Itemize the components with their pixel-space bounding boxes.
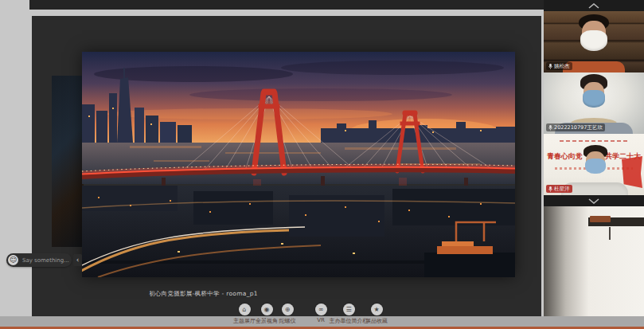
- toolbar-label: 展品收藏: [362, 317, 391, 325]
- chevron-down-icon: [588, 198, 599, 204]
- participant-name: 杜星洋: [554, 186, 570, 193]
- participant-nametag: 2022210797王艺欣: [546, 123, 605, 131]
- viewer-toolbar: ⌂ 主题展厅 ◉ 全景视角 ⊕ 陀螺仪 ∞ VR ☰ 主办单位简介栏 ★ 展品收…: [0, 302, 541, 327]
- participants-sidebar: 姚松杰 2022210797王艺欣 青春心向党 共学二十大: [544, 0, 644, 329]
- toolbar-button-gyroscope[interactable]: ⊕ 陀螺仪: [275, 302, 299, 325]
- yangpu-bridge-photo: [82, 52, 515, 277]
- toolbar-label: 陀螺仪: [275, 317, 299, 325]
- exhibition-canvas[interactable]: 初心向党摄影展-枫桥中学 - rooma_p1: [32, 16, 541, 316]
- adjacent-artwork: [52, 76, 84, 247]
- gyroscope-icon: ⊕: [285, 307, 291, 313]
- scroll-down-button[interactable]: [544, 195, 644, 206]
- face-mask: [583, 90, 605, 108]
- top-bar: [29, 0, 544, 10]
- participant-nametag: 姚松杰: [546, 62, 572, 70]
- organizer-info-icon: ☰: [345, 307, 351, 313]
- vr-goggles-icon: ∞: [318, 307, 324, 313]
- participant-video-3[interactable]: 青春心向党 共学二十大 杜星洋: [544, 134, 644, 195]
- mic-icon: [548, 186, 552, 192]
- participant-name: 姚松杰: [554, 63, 570, 70]
- chat-collapse-button[interactable]: ‹: [73, 254, 82, 266]
- chat-placeholder: Say something...: [22, 257, 69, 264]
- face-mask: [585, 159, 606, 174]
- banner-decoration: [560, 140, 628, 142]
- chat-input[interactable]: ☺ Say something...: [6, 253, 72, 267]
- participant-video-1[interactable]: 姚松杰: [544, 11, 644, 72]
- mic-icon: [548, 125, 552, 131]
- banner-slogan-left: 青春心向党: [547, 151, 583, 162]
- artwork-caption: 初心向党摄影展-枫桥中学 - rooma_p1: [149, 290, 258, 298]
- participant-video-4-partial[interactable]: [544, 206, 644, 324]
- emoji-icon[interactable]: ☺: [8, 255, 18, 265]
- scroll-up-button[interactable]: [544, 0, 644, 11]
- main-artwork-photo[interactable]: [82, 52, 515, 277]
- collection-icon: ★: [373, 307, 379, 313]
- mic-icon: [548, 64, 552, 69]
- hall-icon: ⌂: [242, 307, 246, 313]
- red-flag-graphic: [622, 156, 642, 188]
- virtual-exhibition-app: 初心向党摄影展-枫桥中学 - rooma_p1 ⌂ 主题展厅 ◉ 全景视角 ⊕ …: [0, 0, 644, 329]
- panorama-icon: ◉: [264, 307, 270, 313]
- face-mask: [580, 30, 607, 51]
- chevron-up-icon: [588, 3, 599, 9]
- participant-nametag: 杜星洋: [546, 185, 572, 193]
- participant-video-2[interactable]: 2022210797王艺欣: [544, 72, 644, 134]
- toolbar-button-collection[interactable]: ★ 展品收藏: [362, 302, 391, 325]
- participant-name: 2022210797王艺欣: [554, 124, 603, 131]
